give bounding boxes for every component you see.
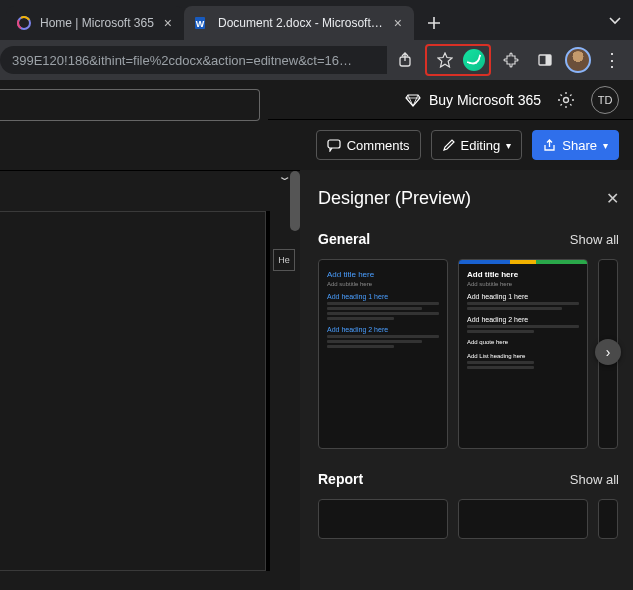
user-badge[interactable]: TD [591, 86, 619, 114]
document-page[interactable] [0, 211, 266, 571]
new-tab-button[interactable] [420, 9, 448, 37]
main-area: ⌄ He Designer (Preview) ✕ General Show a… [0, 170, 633, 590]
vertical-scrollbar[interactable] [290, 171, 300, 231]
close-icon[interactable]: × [392, 15, 404, 31]
plus-icon [427, 16, 441, 30]
general-templates-row: Add title here Add subtitle here Add hea… [318, 259, 619, 449]
document-title-area [0, 80, 268, 130]
thumb-list-heading: Add List heading here [467, 353, 579, 359]
editing-mode-button[interactable]: Editing ▾ [431, 130, 523, 160]
template-thumbnail-peek[interactable] [598, 499, 618, 539]
report-show-all-link[interactable]: Show all [570, 472, 619, 487]
kebab-icon: ⋮ [603, 49, 619, 71]
share-icon [543, 139, 556, 152]
template-thumbnail[interactable] [458, 499, 588, 539]
document-page-gutter [0, 211, 270, 571]
template-thumbnail[interactable] [318, 499, 448, 539]
extension-highlight [425, 44, 491, 76]
m365-favicon-icon [16, 15, 32, 31]
comment-icon [327, 138, 341, 152]
profile-avatar[interactable] [565, 47, 591, 73]
chevron-down-icon: ▾ [506, 140, 511, 151]
url-display[interactable]: 399E120!186&ithint=file%2cdocx&action=ed… [0, 46, 387, 74]
editing-label: Editing [461, 138, 501, 153]
thumb-quote: Add quote here [467, 339, 579, 345]
buy-label: Buy Microsoft 365 [429, 92, 541, 108]
svg-text:W: W [196, 19, 205, 29]
thumb-heading: Add heading 2 here [327, 326, 439, 333]
browser-tabstrip: Home | Microsoft 365 × W Document 2.docx… [0, 0, 633, 40]
thumb-heading: Add heading 1 here [327, 293, 439, 300]
browser-tab-document[interactable]: W Document 2.docx - Microsoft W × [184, 6, 414, 40]
share-label: Share [562, 138, 597, 153]
chevron-right-icon: › [606, 344, 611, 360]
template-thumbnail[interactable]: Add title here Add subtitle here Add hea… [318, 259, 448, 449]
grammarly-extension-icon[interactable] [463, 49, 485, 71]
browser-address-bar: 399E120!186&ithint=file%2cdocx&action=ed… [0, 40, 633, 80]
comments-button[interactable]: Comments [316, 130, 421, 160]
template-thumbnail[interactable]: Add title here Add subtitle here Add hea… [458, 259, 588, 449]
extensions-puzzle-icon[interactable] [497, 46, 525, 74]
thumb-subtitle: Add subtitle here [327, 281, 439, 287]
thumb-title: Add title here [327, 270, 439, 279]
diamond-icon [405, 92, 421, 108]
thumb-title: Add title here [467, 270, 579, 279]
thumb-heading: Add heading 2 here [467, 316, 579, 323]
window-expand-button[interactable] [597, 0, 633, 40]
document-canvas-area: ⌄ He [0, 170, 300, 590]
chevron-down-icon [608, 13, 622, 27]
svg-point-8 [564, 97, 569, 102]
next-templates-button[interactable]: › [595, 339, 621, 365]
word-favicon-icon: W [194, 15, 210, 31]
bookmark-star-icon[interactable] [431, 46, 459, 74]
pencil-icon [442, 139, 455, 152]
document-title-input[interactable] [0, 89, 260, 121]
tab-title: Home | Microsoft 365 [40, 16, 154, 30]
gear-icon [557, 91, 575, 109]
browser-menu-button[interactable]: ⋮ [597, 46, 625, 74]
close-icon[interactable]: × [162, 15, 174, 31]
tab-title: Document 2.docx - Microsoft W [218, 16, 384, 30]
report-templates-row [318, 499, 619, 539]
sidepanel-icon[interactable] [531, 46, 559, 74]
thumb-subtitle: Add subtitle here [467, 281, 579, 287]
section-general-title: General [318, 231, 370, 247]
browser-tab-home[interactable]: Home | Microsoft 365 × [6, 6, 184, 40]
svg-rect-7 [546, 55, 552, 65]
heading-indicator[interactable]: He [273, 249, 295, 271]
section-report-title: Report [318, 471, 363, 487]
settings-button[interactable] [557, 91, 575, 109]
buy-microsoft-365-button[interactable]: Buy Microsoft 365 [405, 92, 541, 108]
chevron-down-icon: ▾ [603, 140, 608, 151]
designer-panel: Designer (Preview) ✕ General Show all Ad… [300, 170, 633, 590]
general-show-all-link[interactable]: Show all [570, 232, 619, 247]
comments-label: Comments [347, 138, 410, 153]
share-page-icon[interactable] [391, 46, 419, 74]
share-button[interactable]: Share ▾ [532, 130, 619, 160]
svg-rect-9 [328, 140, 340, 148]
close-designer-button[interactable]: ✕ [606, 189, 619, 208]
designer-title: Designer (Preview) [318, 188, 471, 209]
thumb-heading: Add heading 1 here [467, 293, 579, 300]
